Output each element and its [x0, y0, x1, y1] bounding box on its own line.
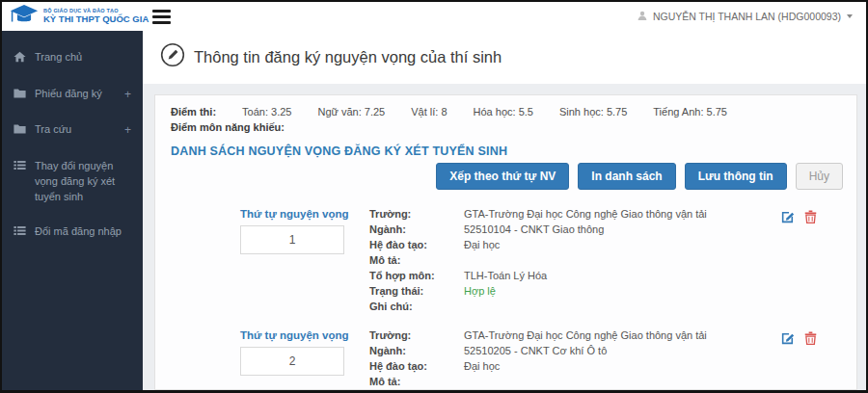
school-value: GTA-Trường Đại học Công nghệ Giao thông … — [464, 329, 781, 343]
folder-icon — [14, 87, 26, 103]
school-label: Trường: — [369, 329, 464, 343]
edit-wish-icon[interactable] — [781, 331, 795, 390]
sort-by-order-button[interactable]: Xếp theo thứ tự NV — [436, 163, 569, 190]
app-logo[interactable]: BỘ GIÁO DỤC VÀ ĐÀO TẠO KỲ THI THPT QUỐC … — [2, 2, 143, 31]
section-title: DANH SÁCH NGUYỆN VỌNG ĐĂNG KÝ XÉT TUYỂN … — [171, 144, 843, 158]
wish-order-label: Thứ tự nguyện vọng — [240, 208, 344, 220]
subject-group-value: TLH-Toán Lý Hóa — [464, 270, 781, 283]
scores-label: Điểm thi: — [171, 106, 216, 118]
major-value: 52510205 - CNKT Cơ khí Ô tô — [464, 345, 781, 358]
print-list-button[interactable]: In danh sách — [578, 163, 675, 190]
description-label: Mô tả: — [369, 376, 464, 389]
exam-scores: Điểm thi: Toán: 3.25 Ngữ văn: 7.25 Vật l… — [171, 106, 843, 118]
home-icon — [14, 50, 26, 67]
graduation-cap-icon — [10, 4, 39, 29]
description-label: Mô tả: — [369, 254, 464, 268]
program-label: Hệ đào tạo: — [369, 360, 464, 374]
wish-order-input[interactable] — [240, 347, 344, 376]
exam-name: KỲ THI THPT QUỐC GIA — [43, 14, 149, 25]
sidebar-item-label: Đổi mã đăng nhập — [35, 224, 122, 240]
sidebar-item-label: Thay đổi nguyện vọng đăng ký xét tuyển s… — [35, 159, 131, 205]
major-label: Ngành: — [369, 345, 464, 358]
list-icon — [14, 159, 26, 175]
score-item: Toán: 3.25 — [242, 106, 291, 118]
edit-wish-icon[interactable] — [781, 210, 795, 316]
score-item: Tiếng Anh: 5.75 — [653, 106, 727, 118]
sidebar-item-change-password[interactable]: Đổi mã đăng nhập — [2, 215, 143, 250]
page-title: Thông tin đăng ký nguyện vọng của thí si… — [194, 48, 502, 66]
program-value: Đại học — [464, 360, 781, 374]
school-value: GTA-Trường Đại học Công nghệ Giao thông … — [464, 208, 781, 222]
description-value — [464, 376, 781, 389]
save-info-button[interactable]: Lưu thông tin — [685, 163, 787, 190]
content-area: Điểm thi: Toán: 3.25 Ngữ văn: 7.25 Vật l… — [143, 84, 866, 390]
cancel-button[interactable]: Hủy — [796, 163, 843, 190]
caret-down-icon — [847, 14, 853, 18]
sidebar: Trang chủ Phiếu đăng ký + Tra cứu + — [2, 31, 143, 390]
user-name: NGUYỄN THỊ THANH LAN (HDG000093) — [653, 11, 841, 22]
user-icon — [637, 11, 647, 22]
wish-order-input[interactable] — [240, 225, 344, 254]
major-value: 52510104 - CNKT Giao thông — [464, 223, 781, 237]
sidebar-item-registration-forms[interactable]: Phiếu đăng ký + — [2, 77, 143, 113]
status-badge: Hợp lệ — [464, 285, 781, 299]
toolbar: Xếp theo thứ tự NV In danh sách Lưu thôn… — [171, 163, 843, 190]
wish-list: Thứ tự nguyện vọng Trường:GTA-Trường Đại… — [171, 203, 843, 390]
user-menu[interactable]: NGUYỄN THỊ THANH LAN (HDG000093) — [637, 11, 853, 22]
aptitude-scores-label: Điểm môn năng khiếu: — [171, 121, 843, 133]
app-window: BỘ GIÁO DỤC VÀ ĐÀO TẠO KỲ THI THPT QUỐC … — [0, 0, 868, 393]
sidebar-item-home[interactable]: Trang chủ — [2, 40, 143, 77]
list-icon — [14, 224, 26, 241]
sidebar-item-change-wishes[interactable]: Thay đổi nguyện vọng đăng ký xét tuyển s… — [2, 149, 143, 215]
edit-circle-icon — [160, 42, 185, 71]
wish-row: Thứ tự nguyện vọng Trường:GTA-Trường Đại… — [171, 203, 843, 325]
program-value: Đại học — [464, 239, 781, 252]
score-item: Vật lí: 8 — [411, 106, 447, 118]
delete-wish-icon[interactable] — [804, 210, 817, 316]
sidebar-item-label: Tra cứu — [35, 122, 71, 138]
top-header: BỘ GIÁO DỤC VÀ ĐÀO TẠO KỲ THI THPT QUỐC … — [2, 2, 866, 31]
expand-plus-icon[interactable]: + — [124, 122, 131, 139]
description-value — [464, 254, 781, 268]
page-title-bar: Thông tin đăng ký nguyện vọng của thí si… — [143, 31, 866, 84]
wishes-card: Điểm thi: Toán: 3.25 Ngữ văn: 7.25 Vật l… — [154, 94, 857, 390]
wish-row: Thứ tự nguyện vọng Trường:GTA-Trường Đại… — [171, 325, 843, 390]
major-label: Ngành: — [369, 223, 464, 237]
score-item: Hóa học: 5.5 — [474, 106, 533, 118]
subject-group-label: Tổ hợp môn: — [369, 270, 464, 283]
program-label: Hệ đào tạo: — [369, 239, 464, 252]
main-area: Thông tin đăng ký nguyện vọng của thí si… — [143, 31, 866, 390]
folder-icon — [14, 122, 26, 139]
wish-order-label: Thứ tự nguyện vọng — [240, 329, 344, 341]
note-label: Ghi chú: — [369, 301, 464, 314]
status-label: Trạng thái: — [369, 285, 464, 299]
score-item: Sinh học: 5.75 — [559, 106, 627, 118]
expand-plus-icon[interactable]: + — [124, 87, 131, 103]
delete-wish-icon[interactable] — [804, 331, 817, 390]
sidebar-item-lookup[interactable]: Tra cứu + — [2, 113, 143, 148]
sidebar-item-label: Phiếu đăng ký — [35, 87, 102, 102]
score-item: Ngữ văn: 7.25 — [317, 106, 385, 118]
sidebar-item-label: Trang chủ — [35, 50, 82, 66]
note-value — [464, 301, 781, 314]
menu-toggle-button[interactable] — [152, 10, 171, 24]
school-label: Trường: — [369, 208, 464, 222]
